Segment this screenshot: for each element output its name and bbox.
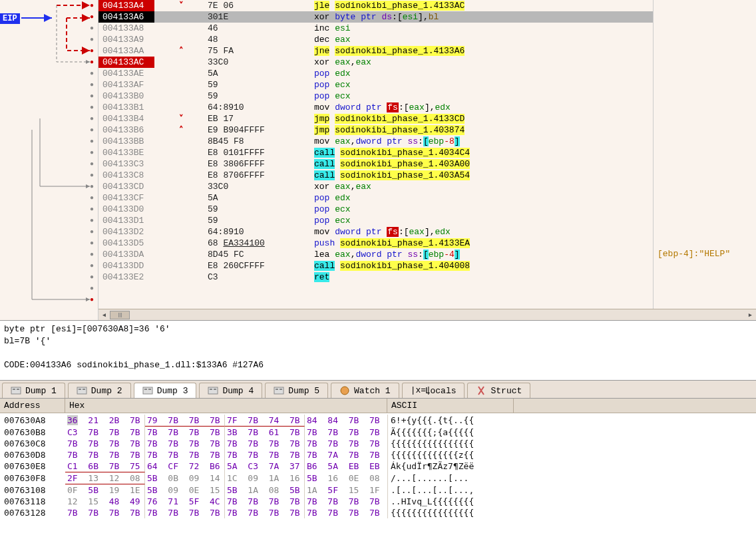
scroll-thumb[interactable] xyxy=(110,311,130,319)
watch-icon xyxy=(339,385,350,396)
dump-icon xyxy=(208,385,218,396)
svg-rect-4 xyxy=(79,389,81,390)
dump-panel[interactable]: Address Hex ASCII 007630A836 21 2B 7B79 … xyxy=(0,399,756,537)
dump-header-hex[interactable]: Hex xyxy=(65,399,387,413)
disasm-row[interactable]: 004133AA˄75 FAjne sodinokibi_phase_1.413… xyxy=(98,45,653,57)
svg-rect-10 xyxy=(210,389,212,390)
dump-icon xyxy=(142,385,153,396)
dump-row[interactable]: 007630C87B 7B 7B 7B7B 7B 7B 7B7B 7B 7B 7… xyxy=(0,438,756,449)
tab-struct[interactable]: Struct xyxy=(467,383,530,398)
disasm-row[interactable]: 004133C8E8 8706FFFFcall sodinokibi_phase… xyxy=(98,170,653,181)
dump-row[interactable]: 007630F82F 13 12 085B 0B 09 141C 09 1A 1… xyxy=(0,472,756,484)
cfg-arrows xyxy=(0,0,98,320)
comment-column: [ebp-4]:"HELP" xyxy=(653,0,756,320)
svg-rect-9 xyxy=(208,387,218,394)
dump-icon xyxy=(274,385,284,396)
disasm-row[interactable]: 004133AE5Apop edx xyxy=(98,68,653,79)
tab-dump3[interactable]: Dump 3 xyxy=(134,383,197,398)
svg-rect-0 xyxy=(11,387,21,394)
disasm-row[interactable]: 004133D568 EA334100push sodinokibi_phase… xyxy=(98,238,653,249)
disasm-row[interactable]: 004133B6˄E9 B904FFFFjmp sodinokibi_phase… xyxy=(98,124,653,136)
disasm-row[interactable]: 004133B164:8910mov dword ptr fs:[eax],ed… xyxy=(98,102,653,113)
svg-rect-3 xyxy=(77,387,87,394)
horizontal-scrollbar[interactable]: ◂ ▸ xyxy=(98,309,756,320)
dump-icon xyxy=(11,385,21,396)
disasm-row[interactable]: 004133A948dec eax xyxy=(98,34,653,45)
disasm-row[interactable]: 004133CF5Apop edx xyxy=(98,192,653,204)
disasm-row[interactable]: 004133D159pop ecx xyxy=(98,215,653,226)
dump-header-address[interactable]: Address xyxy=(0,399,65,413)
svg-point-15 xyxy=(341,387,349,395)
disasm-row[interactable]: 004133E2C3ret xyxy=(98,271,653,283)
svg-rect-12 xyxy=(274,387,284,394)
dump-row[interactable]: 007630A836 21 2B 7B79 7B 7B 7B7F 7B 74 7… xyxy=(0,415,756,427)
locals-icon: |x=| xyxy=(411,385,421,396)
tab-dump1[interactable]: Dump 1 xyxy=(2,383,65,398)
dump-row[interactable]: 007631080F 5B 19 1E5B 09 0E 155B 1A 08 5… xyxy=(0,484,756,496)
disasm-row[interactable]: 004133AC33C0xor eax,eax xyxy=(98,57,653,68)
disasm-row[interactable]: 004133B4˅EB 17jmp sodinokibi_phase_1.413… xyxy=(98,113,653,124)
svg-rect-13 xyxy=(276,389,278,390)
disasm-row[interactable]: 004133A846inc esi xyxy=(98,23,653,34)
disasm-row[interactable]: 004133AF59pop ecx xyxy=(98,79,653,90)
svg-rect-14 xyxy=(280,389,282,390)
svg-rect-1 xyxy=(13,389,15,390)
tab-dump5[interactable]: Dump 5 xyxy=(265,383,328,398)
dump-icon xyxy=(77,385,87,396)
svg-rect-7 xyxy=(144,389,147,390)
cfg-gutter: EIP ●●●●●●●●●●●●●●●●●●●●●●●●●●● xyxy=(0,0,98,320)
struct-icon xyxy=(476,385,486,396)
svg-rect-2 xyxy=(17,389,19,390)
disasm-row[interactable]: 004133DDE8 260CFFFFcall sodinokibi_phase… xyxy=(98,260,653,271)
disasm-row[interactable]: 004133CD33C0xor eax,eax xyxy=(98,181,653,192)
svg-rect-5 xyxy=(83,389,85,390)
svg-rect-8 xyxy=(148,389,151,390)
info-panel: byte ptr [esi]=[007630A8]=36 '6' bl=7B '… xyxy=(0,321,756,381)
dump-row[interactable]: 007630E8C1 6B 7B 7564 CF 72 B65A C3 7A 3… xyxy=(0,460,756,472)
tab-dump2[interactable]: Dump 2 xyxy=(68,383,131,398)
dump-tabs: Dump 1Dump 2Dump 3Dump 4Dump 5Watch 1|x=… xyxy=(0,381,756,399)
scroll-right-icon[interactable]: ▸ xyxy=(745,309,756,320)
disasm-row[interactable]: 004133D264:8910mov dword ptr fs:[eax],ed… xyxy=(98,226,653,238)
svg-rect-6 xyxy=(143,387,152,394)
disassembly-panel[interactable]: 004133A4˅7E 06jle sodinokibi_phase_1.413… xyxy=(98,0,756,320)
dump-row[interactable]: 0076311812 15 48 4976 71 5F 4C7B 7B 7B 7… xyxy=(0,496,756,507)
disasm-row[interactable]: 004133DA8D45 FClea eax,dword ptr ss:[ebp… xyxy=(98,249,653,260)
disasm-row[interactable]: 004133D059pop ecx xyxy=(98,204,653,215)
dump-row[interactable]: 007631287B 7B 7B 7B7B 7B 7B 7B7B 7B 7B 7… xyxy=(0,507,756,518)
dump-header-ascii[interactable]: ASCII xyxy=(387,399,514,413)
disasm-row[interactable]: 004133C3E8 3806FFFFcall sodinokibi_phase… xyxy=(98,158,653,170)
tab-dump4[interactable]: Dump 4 xyxy=(199,383,262,398)
svg-rect-11 xyxy=(214,389,216,390)
disasm-row[interactable]: 004133B059pop ecx xyxy=(98,90,653,102)
disasm-row[interactable]: 004133A4˅7E 06jle sodinokibi_phase_1.413… xyxy=(98,0,653,11)
scroll-left-icon[interactable]: ◂ xyxy=(98,309,110,320)
disasm-row[interactable]: 004133BB8B45 F8mov eax,dword ptr ss:[ebp… xyxy=(98,136,653,147)
tab-locals[interactable]: |x=|Locals xyxy=(402,383,465,398)
tab-watch1[interactable]: Watch 1 xyxy=(331,383,399,398)
disasm-row[interactable]: 004133A6301Exor byte ptr ds:[esi],bl xyxy=(98,11,653,23)
disasm-row[interactable]: 004133BEE8 0101FFFFcall sodinokibi_phase… xyxy=(98,147,653,158)
dump-row[interactable]: 007630D87B 7B 7B 7B7B 7B 7B 7B7B 7B 7B 7… xyxy=(0,449,756,460)
dump-row[interactable]: 007630B8C3 7B 7B 7B7B 7B 7B 7B3B 7B 61 7… xyxy=(0,427,756,438)
